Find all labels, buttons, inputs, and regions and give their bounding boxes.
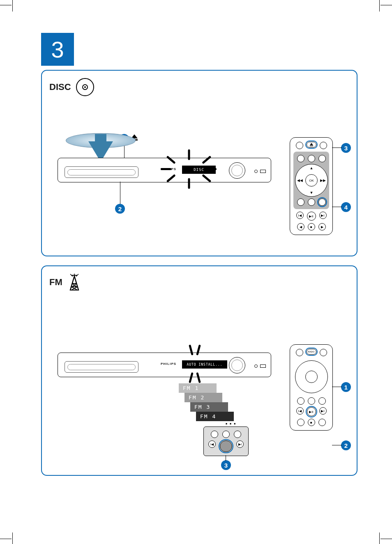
device-front-panel: PHILIPS AUTO INSTALL...	[58, 353, 271, 377]
volume-knob	[229, 357, 245, 373]
fm-station-item: FM 3	[190, 402, 228, 412]
remote-ok-button	[305, 371, 318, 383]
remote-button	[297, 198, 304, 206]
remote-control: ▲ ▼ ◀◀ ▶▶ OK I◀ ▶II ▶I	[290, 137, 333, 235]
remote-stop-button: ■	[308, 223, 315, 231]
disc-icon	[76, 78, 94, 96]
disc-tray	[65, 166, 138, 178]
fm-station-list: FM 1 FM 2 FM 3 FM 4	[179, 383, 234, 421]
remote-play-pause-button: ▶II	[307, 407, 316, 416]
antenna-icon	[67, 274, 81, 291]
aux-jack-icon	[254, 170, 258, 173]
remote-button	[318, 155, 326, 162]
remote-button	[222, 431, 230, 438]
remote-button	[297, 419, 304, 426]
volume-knob	[229, 162, 245, 179]
remote-button	[318, 397, 326, 405]
remote-button	[211, 431, 218, 438]
remote-ok-button: OK	[305, 174, 318, 187]
remote-radio-button: RADIO	[307, 349, 316, 355]
remote-dpad	[295, 360, 328, 393]
callout-2: 2	[115, 204, 125, 214]
remote-button	[320, 349, 327, 356]
usb-port-icon	[260, 364, 266, 368]
panel-fm: FM PHIL	[41, 265, 357, 476]
program-buttons-detail: I◀ ▶I	[203, 426, 249, 456]
usb-port-icon	[260, 170, 266, 173]
fm-station-item: FM 1	[179, 383, 217, 393]
fm-title: FM	[49, 277, 62, 288]
disc-tray	[65, 361, 138, 373]
remote-button	[297, 397, 304, 405]
remote-stop-button: ■	[308, 419, 315, 426]
remote-button	[296, 349, 303, 356]
remote-button	[308, 397, 315, 405]
program-button	[220, 440, 232, 452]
remote-source-button	[318, 198, 326, 206]
remote-eject-button	[307, 142, 316, 148]
svg-rect-3	[310, 145, 313, 146]
remote-control: RADIO I◀ ▶II ▶I ■	[290, 344, 333, 431]
remote-button	[320, 142, 327, 149]
step-number-badge: 3	[41, 33, 74, 66]
disc-title: DISC	[49, 82, 71, 92]
remote-button	[234, 431, 241, 438]
remote-dpad: ▲ ▼ ◀◀ ▶▶ OK	[295, 164, 328, 197]
callout-3: 3	[221, 460, 231, 470]
device-front-panel: PHILIPS DISC	[58, 158, 271, 182]
remote-prev-button: I◀	[296, 407, 304, 415]
remote-prev-button: I◀	[208, 440, 216, 448]
fm-station-item: FM 2	[184, 393, 222, 402]
callout-2: 2	[341, 440, 351, 450]
remote-next-button: ▶I	[319, 212, 327, 219]
remote-button: ▶	[318, 223, 326, 231]
remote-button: ◀	[297, 223, 304, 231]
callout-4: 4	[341, 202, 351, 212]
remote-play-pause-button: ▶II	[307, 212, 316, 221]
remote-button	[318, 419, 326, 426]
remote-power-button	[296, 142, 303, 149]
aux-jack-icon	[254, 364, 258, 368]
remote-button	[308, 155, 315, 162]
remote-next-button: ▶I	[319, 407, 327, 415]
remote-button	[308, 198, 315, 206]
ellipsis-icon: ...	[225, 416, 238, 427]
remote-button	[297, 155, 304, 162]
svg-marker-2	[310, 143, 313, 145]
callout-3: 3	[341, 143, 351, 153]
device-display: AUTO INSTALL...	[182, 360, 227, 369]
brand-label: PHILIPS	[161, 362, 176, 366]
remote-prev-button: I◀	[296, 212, 304, 219]
remote-next-button: ▶I	[236, 440, 244, 448]
panel-disc: DISC 1 PHILIPS	[41, 70, 357, 256]
callout-1: 1	[341, 382, 351, 392]
